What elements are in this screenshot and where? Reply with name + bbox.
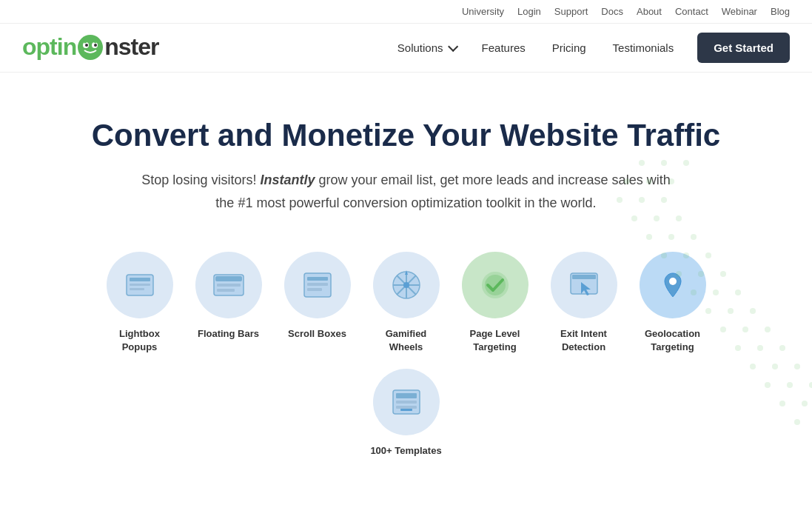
scroll-boxes-icon	[300, 267, 335, 303]
lightbox-icon-circle	[107, 252, 173, 318]
geolocation-label: Geolocation Targeting	[634, 327, 711, 354]
svg-rect-6	[130, 278, 150, 281]
svg-point-0	[78, 35, 103, 60]
gamified-wheels-icon	[389, 267, 424, 303]
floating-bars-icon	[211, 267, 246, 303]
logo-monster-icon	[77, 34, 104, 61]
lightbox-icon	[122, 267, 158, 303]
page-level-icon-circle	[462, 252, 529, 318]
svg-rect-11	[217, 284, 241, 287]
svg-point-74	[809, 382, 812, 388]
geolocation-feature[interactable]: Geolocation Targeting	[628, 244, 717, 361]
logo-onster-text: nster	[104, 33, 158, 60]
main-nav-links: Solutions Features Pricing Testimonials …	[387, 33, 790, 63]
docs-link[interactable]: Docs	[601, 6, 623, 17]
svg-rect-33	[396, 406, 417, 409]
svg-point-4	[94, 44, 97, 47]
svg-rect-15	[307, 283, 328, 286]
svg-point-71	[794, 364, 800, 369]
svg-point-67	[757, 345, 763, 351]
svg-point-64	[742, 327, 748, 332]
hero-subtext: Stop losing visitors! Instantly grow you…	[140, 169, 673, 214]
svg-point-3	[85, 44, 88, 47]
svg-rect-31	[396, 393, 417, 398]
contact-link[interactable]: Contact	[675, 6, 708, 17]
svg-rect-27	[572, 275, 596, 279]
gamified-wheels-feature[interactable]: Gamified Wheels	[362, 244, 451, 361]
scroll-boxes-icon-circle	[284, 252, 351, 318]
svg-rect-14	[307, 277, 328, 281]
login-link[interactable]: Login	[517, 6, 541, 17]
templates-icon	[389, 384, 424, 420]
get-started-button[interactable]: Get Started	[697, 33, 790, 63]
svg-point-65	[765, 327, 771, 332]
support-link[interactable]: Support	[554, 6, 588, 17]
exit-intent-icon-circle	[551, 252, 617, 318]
svg-point-76	[802, 401, 808, 406]
svg-point-75	[779, 401, 785, 406]
page-level-feature[interactable]: Page Level Targeting	[451, 244, 540, 361]
floating-bars-label: Floating Bars	[198, 327, 259, 341]
webinar-link[interactable]: Webinar	[722, 6, 757, 17]
scroll-boxes-feature[interactable]: Scroll Boxes	[273, 244, 362, 348]
templates-feature[interactable]: 100+ Templates	[362, 361, 451, 465]
gamified-wheels-icon-circle	[373, 252, 440, 318]
svg-rect-8	[130, 288, 144, 290]
templates-icon-circle	[373, 369, 440, 435]
solutions-chevron-icon	[448, 41, 458, 51]
logo[interactable]: optin nster	[22, 33, 387, 62]
features-nav-link[interactable]: Features	[472, 36, 536, 60]
svg-point-69	[750, 364, 756, 369]
lightbox-label: Lightbox Popups	[101, 327, 178, 354]
templates-label: 100+ Templates	[370, 444, 441, 458]
exit-intent-feature[interactable]: Exit Intent Detection	[540, 244, 628, 361]
floating-bars-icon-circle	[195, 252, 262, 318]
svg-point-70	[772, 364, 778, 369]
svg-rect-7	[130, 284, 150, 286]
svg-rect-12	[217, 289, 235, 292]
svg-point-73	[787, 382, 793, 388]
about-link[interactable]: About	[637, 6, 662, 17]
solutions-nav-link[interactable]: Solutions	[387, 36, 466, 60]
hero-subtext-before: Stop losing visitors!	[141, 173, 260, 187]
svg-rect-10	[215, 276, 242, 281]
features-row: Lightbox Popups Floating Bars	[88, 244, 725, 466]
svg-point-22	[403, 282, 409, 288]
gamified-wheels-label: Gamified Wheels	[368, 327, 445, 354]
hero-section: Convert and Monetize Your Website Traffi…	[73, 73, 739, 522]
scroll-boxes-label: Scroll Boxes	[288, 327, 346, 341]
page-level-label: Page Level Targeting	[457, 327, 534, 354]
testimonials-nav-link[interactable]: Testimonials	[603, 36, 685, 60]
hero-subtext-italic: Instantly	[260, 173, 315, 187]
page-level-icon	[477, 267, 513, 303]
svg-point-72	[765, 382, 771, 388]
geolocation-icon-circle	[640, 252, 706, 318]
top-nav: University Login Support Docs About Cont…	[0, 0, 812, 24]
svg-rect-32	[396, 401, 417, 404]
lightbox-feature[interactable]: Lightbox Popups	[95, 244, 184, 361]
svg-rect-34	[400, 409, 412, 411]
svg-point-68	[779, 345, 785, 351]
svg-point-78	[794, 419, 800, 425]
svg-point-29	[669, 278, 677, 285]
floating-bars-feature[interactable]: Floating Bars	[184, 244, 273, 348]
geolocation-icon	[655, 267, 691, 303]
blog-link[interactable]: Blog	[771, 6, 790, 17]
university-link[interactable]: University	[462, 6, 504, 17]
svg-point-62	[750, 308, 756, 314]
pricing-nav-link[interactable]: Pricing	[542, 36, 597, 60]
main-nav: optin nster Solutions Features Pricing T	[0, 24, 812, 73]
exit-intent-label: Exit Intent Detection	[546, 327, 623, 354]
exit-intent-icon	[566, 267, 602, 303]
logo-optin-text: optin	[22, 33, 76, 60]
svg-rect-16	[307, 288, 322, 291]
hero-heading: Convert and Monetize Your Website Traffi…	[88, 117, 725, 154]
